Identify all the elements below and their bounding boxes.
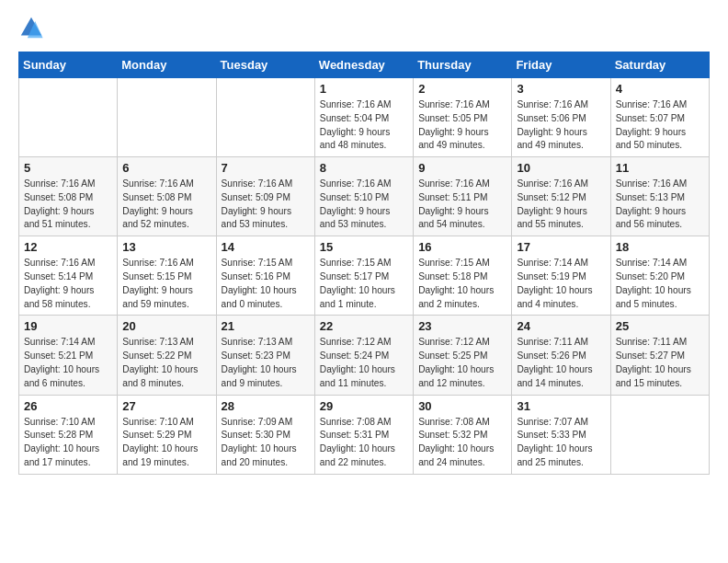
day-number: 21 bbox=[222, 319, 310, 333]
calendar-cell: 18Sunrise: 7:14 AM Sunset: 5:20 PM Dayli… bbox=[610, 236, 709, 316]
calendar-week-row: 19Sunrise: 7:14 AM Sunset: 5:21 PM Dayli… bbox=[19, 316, 710, 395]
day-of-week-header: Thursday bbox=[414, 52, 512, 78]
day-info: Sunrise: 7:13 AM Sunset: 5:22 PM Dayligh… bbox=[122, 336, 210, 390]
day-info: Sunrise: 7:16 AM Sunset: 5:06 PM Dayligh… bbox=[517, 98, 605, 153]
day-number: 19 bbox=[24, 319, 112, 333]
calendar-cell: 9Sunrise: 7:16 AM Sunset: 5:11 PM Daylig… bbox=[414, 157, 512, 236]
day-info: Sunrise: 7:16 AM Sunset: 5:15 PM Dayligh… bbox=[122, 257, 210, 311]
day-number: 14 bbox=[222, 240, 310, 254]
day-info: Sunrise: 7:16 AM Sunset: 5:11 PM Dayligh… bbox=[418, 178, 506, 232]
day-info: Sunrise: 7:12 AM Sunset: 5:25 PM Dayligh… bbox=[418, 336, 506, 390]
day-number: 23 bbox=[418, 319, 506, 333]
day-number: 6 bbox=[122, 161, 210, 175]
day-number: 8 bbox=[320, 161, 408, 175]
day-number: 16 bbox=[418, 240, 506, 254]
calendar-cell: 13Sunrise: 7:16 AM Sunset: 5:15 PM Dayli… bbox=[118, 236, 216, 316]
day-of-week-header: Wednesday bbox=[314, 52, 413, 78]
calendar-cell: 1Sunrise: 7:16 AM Sunset: 5:04 PM Daylig… bbox=[314, 78, 413, 157]
day-number: 20 bbox=[122, 319, 210, 333]
calendar-week-row: 1Sunrise: 7:16 AM Sunset: 5:04 PM Daylig… bbox=[19, 78, 710, 157]
day-number: 18 bbox=[616, 240, 704, 254]
calendar-cell: 8Sunrise: 7:16 AM Sunset: 5:10 PM Daylig… bbox=[314, 157, 413, 236]
logo bbox=[18, 15, 46, 40]
day-info: Sunrise: 7:11 AM Sunset: 5:26 PM Dayligh… bbox=[517, 336, 605, 390]
calendar-cell: 10Sunrise: 7:16 AM Sunset: 5:12 PM Dayli… bbox=[512, 157, 610, 236]
day-info: Sunrise: 7:16 AM Sunset: 5:14 PM Dayligh… bbox=[24, 257, 112, 311]
day-info: Sunrise: 7:14 AM Sunset: 5:19 PM Dayligh… bbox=[517, 257, 605, 311]
calendar-cell: 27Sunrise: 7:10 AM Sunset: 5:29 PM Dayli… bbox=[118, 395, 216, 474]
day-info: Sunrise: 7:10 AM Sunset: 5:28 PM Dayligh… bbox=[24, 416, 112, 470]
calendar-cell: 19Sunrise: 7:14 AM Sunset: 5:21 PM Dayli… bbox=[19, 316, 118, 395]
day-number: 15 bbox=[320, 240, 408, 254]
calendar-cell: 15Sunrise: 7:15 AM Sunset: 5:17 PM Dayli… bbox=[314, 236, 413, 316]
day-info: Sunrise: 7:16 AM Sunset: 5:10 PM Dayligh… bbox=[320, 178, 408, 232]
day-of-week-header: Sunday bbox=[19, 52, 118, 78]
day-info: Sunrise: 7:16 AM Sunset: 5:13 PM Dayligh… bbox=[616, 178, 704, 232]
calendar-cell: 31Sunrise: 7:07 AM Sunset: 5:33 PM Dayli… bbox=[512, 395, 610, 474]
day-info: Sunrise: 7:09 AM Sunset: 5:30 PM Dayligh… bbox=[222, 416, 310, 470]
day-info: Sunrise: 7:16 AM Sunset: 5:07 PM Dayligh… bbox=[616, 98, 704, 153]
day-number: 1 bbox=[320, 82, 408, 96]
header bbox=[18, 15, 710, 40]
calendar-cell: 5Sunrise: 7:16 AM Sunset: 5:08 PM Daylig… bbox=[19, 157, 118, 236]
day-info: Sunrise: 7:14 AM Sunset: 5:21 PM Dayligh… bbox=[24, 336, 112, 390]
day-number: 9 bbox=[418, 161, 506, 175]
day-info: Sunrise: 7:07 AM Sunset: 5:33 PM Dayligh… bbox=[517, 416, 605, 470]
calendar-cell: 23Sunrise: 7:12 AM Sunset: 5:25 PM Dayli… bbox=[414, 316, 512, 395]
calendar: SundayMondayTuesdayWednesdayThursdayFrid… bbox=[18, 52, 710, 475]
calendar-header-row: SundayMondayTuesdayWednesdayThursdayFrid… bbox=[19, 52, 710, 78]
calendar-cell bbox=[610, 395, 709, 474]
calendar-cell: 24Sunrise: 7:11 AM Sunset: 5:26 PM Dayli… bbox=[512, 316, 610, 395]
calendar-cell: 22Sunrise: 7:12 AM Sunset: 5:24 PM Dayli… bbox=[314, 316, 413, 395]
day-of-week-header: Saturday bbox=[610, 52, 709, 78]
day-info: Sunrise: 7:15 AM Sunset: 5:16 PM Dayligh… bbox=[222, 257, 310, 311]
day-info: Sunrise: 7:08 AM Sunset: 5:31 PM Dayligh… bbox=[320, 416, 408, 470]
day-info: Sunrise: 7:15 AM Sunset: 5:18 PM Dayligh… bbox=[418, 257, 506, 311]
day-number: 12 bbox=[24, 240, 112, 254]
day-number: 17 bbox=[517, 240, 605, 254]
calendar-cell: 11Sunrise: 7:16 AM Sunset: 5:13 PM Dayli… bbox=[610, 157, 709, 236]
day-info: Sunrise: 7:10 AM Sunset: 5:29 PM Dayligh… bbox=[122, 416, 210, 470]
day-number: 2 bbox=[418, 82, 506, 96]
calendar-cell: 12Sunrise: 7:16 AM Sunset: 5:14 PM Dayli… bbox=[19, 236, 118, 316]
day-info: Sunrise: 7:16 AM Sunset: 5:04 PM Dayligh… bbox=[320, 98, 408, 153]
calendar-cell: 29Sunrise: 7:08 AM Sunset: 5:31 PM Dayli… bbox=[314, 395, 413, 474]
day-info: Sunrise: 7:13 AM Sunset: 5:23 PM Dayligh… bbox=[222, 336, 310, 390]
day-of-week-header: Friday bbox=[512, 52, 610, 78]
calendar-week-row: 5Sunrise: 7:16 AM Sunset: 5:08 PM Daylig… bbox=[19, 157, 710, 236]
day-info: Sunrise: 7:11 AM Sunset: 5:27 PM Dayligh… bbox=[616, 336, 704, 390]
calendar-cell bbox=[216, 78, 314, 157]
calendar-cell bbox=[118, 78, 216, 157]
calendar-cell: 30Sunrise: 7:08 AM Sunset: 5:32 PM Dayli… bbox=[414, 395, 512, 474]
day-info: Sunrise: 7:16 AM Sunset: 5:09 PM Dayligh… bbox=[222, 178, 310, 232]
day-number: 3 bbox=[517, 82, 605, 96]
day-number: 25 bbox=[616, 319, 704, 333]
day-number: 30 bbox=[418, 399, 506, 413]
day-number: 27 bbox=[122, 399, 210, 413]
calendar-cell: 17Sunrise: 7:14 AM Sunset: 5:19 PM Dayli… bbox=[512, 236, 610, 316]
day-number: 7 bbox=[222, 161, 310, 175]
day-number: 31 bbox=[517, 399, 605, 413]
day-number: 5 bbox=[24, 161, 112, 175]
day-number: 28 bbox=[222, 399, 310, 413]
calendar-cell: 4Sunrise: 7:16 AM Sunset: 5:07 PM Daylig… bbox=[610, 78, 709, 157]
day-info: Sunrise: 7:14 AM Sunset: 5:20 PM Dayligh… bbox=[616, 257, 704, 311]
calendar-week-row: 26Sunrise: 7:10 AM Sunset: 5:28 PM Dayli… bbox=[19, 395, 710, 474]
day-of-week-header: Tuesday bbox=[216, 52, 314, 78]
calendar-cell: 7Sunrise: 7:16 AM Sunset: 5:09 PM Daylig… bbox=[216, 157, 314, 236]
calendar-cell: 6Sunrise: 7:16 AM Sunset: 5:08 PM Daylig… bbox=[118, 157, 216, 236]
calendar-week-row: 12Sunrise: 7:16 AM Sunset: 5:14 PM Dayli… bbox=[19, 236, 710, 316]
day-number: 26 bbox=[24, 399, 112, 413]
calendar-cell: 28Sunrise: 7:09 AM Sunset: 5:30 PM Dayli… bbox=[216, 395, 314, 474]
calendar-cell: 20Sunrise: 7:13 AM Sunset: 5:22 PM Dayli… bbox=[118, 316, 216, 395]
page: SundayMondayTuesdayWednesdayThursdayFrid… bbox=[0, 0, 728, 489]
calendar-cell bbox=[19, 78, 118, 157]
day-info: Sunrise: 7:12 AM Sunset: 5:24 PM Dayligh… bbox=[320, 336, 408, 390]
day-info: Sunrise: 7:16 AM Sunset: 5:05 PM Dayligh… bbox=[418, 98, 506, 153]
calendar-cell: 25Sunrise: 7:11 AM Sunset: 5:27 PM Dayli… bbox=[610, 316, 709, 395]
day-number: 4 bbox=[616, 82, 704, 96]
day-number: 29 bbox=[320, 399, 408, 413]
logo-icon bbox=[18, 15, 44, 40]
day-info: Sunrise: 7:16 AM Sunset: 5:08 PM Dayligh… bbox=[24, 178, 112, 232]
calendar-cell: 21Sunrise: 7:13 AM Sunset: 5:23 PM Dayli… bbox=[216, 316, 314, 395]
